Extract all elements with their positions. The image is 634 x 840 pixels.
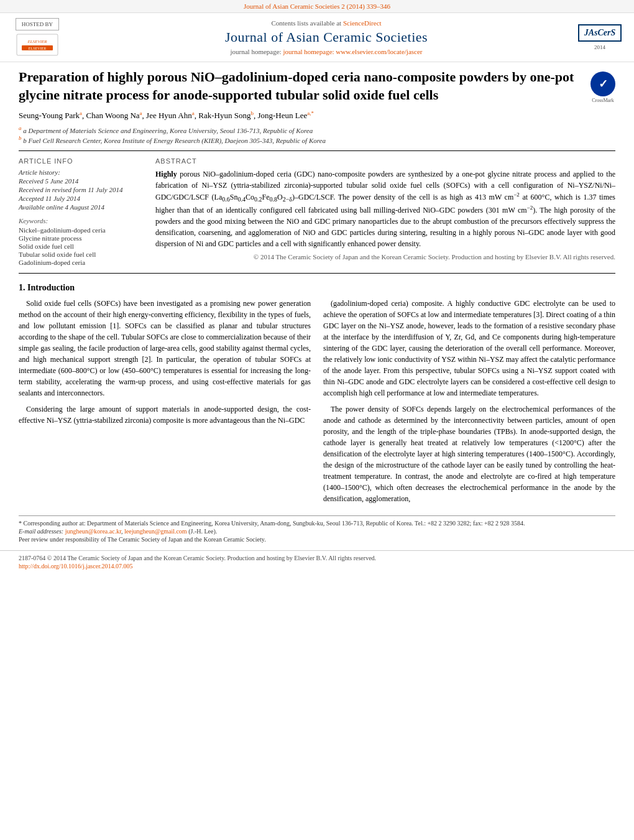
journal-homepage: journal homepage: journal homepage: www.… <box>75 48 578 55</box>
abstract-col: ABSTRACT Highly porous NiO–gadolinium-do… <box>155 157 615 267</box>
affiliation-a: a a Department of Materials Science and … <box>19 125 615 134</box>
bottom-issn: 2187-0764 © 2014 The Ceramic Society of … <box>19 555 615 561</box>
authors-line: Seung-Young Parka, Chan Woong Naa, Jee H… <box>19 110 615 121</box>
email-link-2[interactable]: leejungheun@gmail.com <box>124 528 187 535</box>
keywords-section: Keywords: Nickel–gadolinium-doped ceria … <box>19 217 143 266</box>
article-title: Preparation of highly porous NiO–gadolin… <box>19 68 581 104</box>
keyword-1: Nickel–gadolinium-doped ceria <box>19 226 143 234</box>
footnote-peer: Peer review under responsibility of The … <box>19 536 615 543</box>
hosted-by-box: HOSTED BY <box>16 18 59 30</box>
jascer-text: JAsCerS <box>578 24 622 42</box>
affiliation-b: b b Fuel Cell Research Center, Korea Ins… <box>19 135 615 144</box>
abstract-label: ABSTRACT <box>155 157 615 165</box>
received-date: Received 5 June 2014 <box>19 177 143 185</box>
intro-para-2: Considering the large amount of support … <box>19 404 311 426</box>
info-abstract-section: ARTICLE INFO Article history: Received 5… <box>19 157 615 267</box>
intro-left-col: Solid oxide fuel cells (SOFCs) have been… <box>19 298 311 509</box>
divider-2 <box>19 273 615 274</box>
hosted-by-text: HOSTED BY <box>22 21 53 27</box>
article-info-label: ARTICLE INFO <box>19 157 143 165</box>
crossmark-label: CrossMark <box>590 98 615 103</box>
svg-text:ELSEVIER: ELSEVIER <box>27 39 47 44</box>
svg-rect-0 <box>17 34 58 55</box>
sciencedirect-link-text: ScienceDirect <box>343 19 382 27</box>
journal-reference-text: Journal of Asian Ceramic Societies 2 (20… <box>244 2 390 10</box>
bottom-bar: 2187-0764 © 2014 The Ceramic Society of … <box>0 550 634 573</box>
svg-text:ELSEVIER: ELSEVIER <box>29 47 46 50</box>
crossmark-symbol: ✓ <box>590 72 615 96</box>
doi-link[interactable]: http://dx.doi.org/10.1016/j.jascer.2014.… <box>19 563 132 570</box>
footnote-corresponding: * Corresponding author at: Department of… <box>19 520 615 527</box>
accepted-date: Accepted 11 July 2014 <box>19 195 143 202</box>
article-title-section: Preparation of highly porous NiO–gadolin… <box>19 68 615 104</box>
email-link-1[interactable]: jungheun@korea.ac.kr <box>65 528 121 535</box>
keyword-3: Solid oxide fuel cell <box>19 242 143 250</box>
keyword-2: Glycine nitrate process <box>19 234 143 242</box>
intro-heading: 1. Introduction <box>19 283 615 293</box>
keyword-4: Tubular solid oxide fuel cell <box>19 251 143 258</box>
bottom-doi: http://dx.doi.org/10.1016/j.jascer.2014.… <box>19 563 615 570</box>
sciencedirect-label: Contents lists available at ScienceDirec… <box>75 19 578 27</box>
journal-title: Journal of Asian Ceramic Societies <box>75 29 578 45</box>
intro-para-4: The power density of SOFCs depends large… <box>323 404 615 504</box>
journal-reference-bar: Journal of Asian Ceramic Societies 2 (20… <box>0 0 634 13</box>
jascer-logo: JAsCerS 2014 <box>578 24 622 50</box>
footnote-email: E-mail addresses: jungheun@korea.ac.kr, … <box>19 528 615 535</box>
footnotes: * Corresponding author at: Department of… <box>19 515 615 543</box>
keyword-5: Gadolinium-doped ceria <box>19 259 143 266</box>
journal-header: HOSTED BY ELSEVIER ELSEVIER Contents lis… <box>0 13 634 62</box>
revised-date: Received in revised form 11 July 2014 <box>19 186 143 193</box>
crossmark-icon: ✓ CrossMark <box>590 72 615 96</box>
body-columns: Solid oxide fuel cells (SOFCs) have been… <box>19 298 615 509</box>
elsevier-logo: HOSTED BY ELSEVIER ELSEVIER <box>12 18 62 57</box>
intro-para-3: (gadolinium-doped ceria) composite. A hi… <box>323 298 615 399</box>
journal-url: journal homepage: www.elsevier.com/locat… <box>283 48 422 55</box>
available-date: Available online 4 August 2014 <box>19 203 143 211</box>
history-label: Article history: <box>19 168 143 176</box>
elsevier-icon: ELSEVIER ELSEVIER <box>16 33 59 57</box>
abstract-text: Highly porous NiO–gadolinium-doped ceria… <box>155 168 615 249</box>
article-info-col: ARTICLE INFO Article history: Received 5… <box>19 157 143 267</box>
abstract-highlight: Highly <box>155 170 177 178</box>
keywords-label: Keywords: <box>19 217 143 224</box>
intro-para-1: Solid oxide fuel cells (SOFCs) have been… <box>19 298 311 399</box>
copyright-line: © 2014 The Ceramic Society of Japan and … <box>155 253 615 261</box>
article-main: Preparation of highly porous NiO–gadolin… <box>0 62 634 550</box>
intro-right-col: (gadolinium-doped ceria) composite. A hi… <box>323 298 615 509</box>
divider-1 <box>19 150 615 151</box>
jascer-year: 2014 <box>578 44 622 50</box>
introduction-section: 1. Introduction Solid oxide fuel cells (… <box>19 283 615 509</box>
header-center: Contents lists available at ScienceDirec… <box>75 19 578 55</box>
